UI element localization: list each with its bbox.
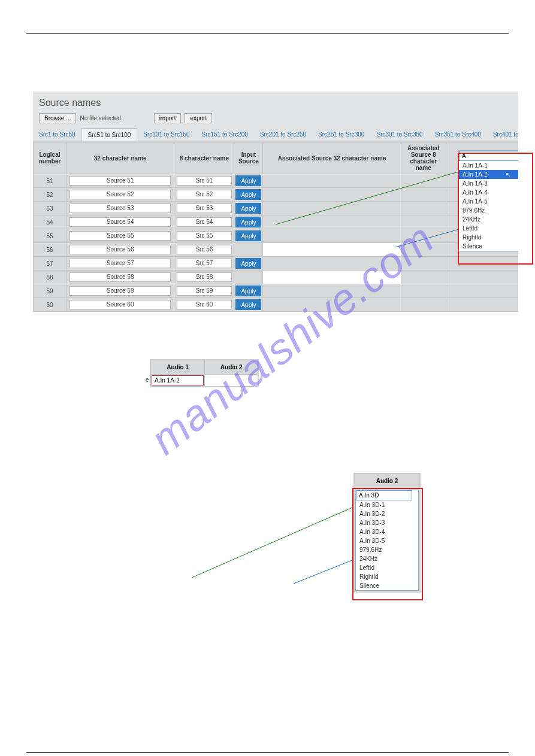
cell-assoc8[interactable] xyxy=(401,271,446,284)
snippet1-cell-audio2[interactable] xyxy=(205,375,258,387)
cell-32name[interactable]: Source 59 xyxy=(69,286,170,296)
cell-assoc32[interactable] xyxy=(263,243,401,257)
dropdown-option[interactable]: A.In 3D-5 xyxy=(356,536,418,545)
cell-assoc32[interactable] xyxy=(263,202,401,215)
cell-assoc32[interactable] xyxy=(263,257,401,271)
dropdown-search-input[interactable] xyxy=(459,151,518,161)
cell-32name[interactable]: Source 60 xyxy=(69,300,170,309)
table-row: 52Source 52Src 52Apply xyxy=(34,188,518,202)
export-button[interactable]: export xyxy=(185,113,212,123)
cell-assoc32[interactable] xyxy=(263,188,401,202)
dropdown-option[interactable]: Silence xyxy=(356,581,418,590)
tab-src51-100[interactable]: Src51 to Src100 xyxy=(81,128,138,141)
cell-assoc8[interactable] xyxy=(401,202,446,215)
cell-assoc8[interactable] xyxy=(401,174,446,188)
range-tabs: Src1 to Src50 Src51 to Src100 Src101 to … xyxy=(33,128,518,142)
cell-8name[interactable]: Src 56 xyxy=(177,245,232,254)
cell-logical: 51 xyxy=(34,174,67,188)
cell-assoc8[interactable] xyxy=(401,243,446,257)
audio1-dropdown[interactable]: A.In 1A-1A.In 1A-2↖A.In 1A-3A.In 1A-4A.I… xyxy=(458,150,518,251)
dropdown-option[interactable]: A.In 1A-3 xyxy=(459,179,518,188)
cell-8name[interactable]: Src 55 xyxy=(177,231,232,241)
source-names-panel: Source names Browse ... No file selected… xyxy=(33,92,518,312)
tab-src251-300[interactable]: Src251 to Src300 xyxy=(312,128,370,141)
col-assoc32: Associated Source 32 character name xyxy=(263,142,401,174)
col-32name: 32 character name xyxy=(67,142,174,174)
cell-32name[interactable]: Source 54 xyxy=(69,217,170,227)
dropdown-option[interactable]: LeftId xyxy=(459,224,518,233)
tab-src401-450[interactable]: Src401 to Src450 xyxy=(487,128,518,141)
browse-button[interactable]: Browse ... xyxy=(39,113,76,123)
cell-assoc32[interactable] xyxy=(263,298,401,312)
dropdown-option[interactable]: 979.6Hz xyxy=(356,545,418,554)
tab-src151-200[interactable]: Src151 to Src200 xyxy=(196,128,254,141)
apply-button[interactable]: Apply xyxy=(235,286,261,296)
cell-logical: 59 xyxy=(34,284,67,298)
dropdown-option[interactable]: Silence xyxy=(459,242,518,251)
cell-assoc32[interactable] xyxy=(263,174,401,188)
table-row: 58Source 58Src 58 xyxy=(34,271,518,284)
cell-assoc8[interactable] xyxy=(401,215,446,229)
cell-32name[interactable]: Source 51 xyxy=(69,176,170,186)
cell-audio1[interactable] xyxy=(446,284,518,298)
cell-8name[interactable]: Src 52 xyxy=(177,190,232,199)
cell-assoc8[interactable] xyxy=(401,188,446,202)
cell-assoc32[interactable] xyxy=(263,271,401,284)
dropdown-option[interactable]: A.In 1A-2↖ xyxy=(459,170,518,179)
cell-assoc32[interactable] xyxy=(263,215,401,229)
dropdown-option[interactable]: A.In 3D-3 xyxy=(356,518,418,527)
cell-assoc8[interactable] xyxy=(401,257,446,271)
dropdown-option[interactable]: 24KHz xyxy=(356,554,418,563)
dropdown-option[interactable]: A.In 1A-1 xyxy=(459,161,518,170)
cell-8name[interactable]: Src 59 xyxy=(177,286,232,296)
dropdown-option[interactable]: A.In 3D-4 xyxy=(356,527,418,536)
cell-32name[interactable]: Source 57 xyxy=(69,259,170,268)
cell-32name[interactable]: Source 53 xyxy=(69,204,170,213)
cell-assoc32[interactable] xyxy=(263,284,401,298)
cell-assoc8[interactable] xyxy=(401,229,446,243)
cell-32name[interactable]: Source 52 xyxy=(69,190,170,199)
dropdown-option[interactable]: RightId xyxy=(356,572,418,581)
tab-src201-250[interactable]: Src201 to Src250 xyxy=(254,128,312,141)
apply-button[interactable]: Apply xyxy=(235,203,261,214)
dropdown-option[interactable]: RightId xyxy=(459,233,518,242)
cell-audio1[interactable] xyxy=(446,271,518,284)
dropdown-option[interactable]: A.In 3D-1 xyxy=(356,500,418,509)
dropdown-option[interactable]: A.In 1A-4 xyxy=(459,188,518,197)
cell-8name[interactable]: Src 53 xyxy=(177,204,232,213)
cell-assoc8[interactable] xyxy=(401,284,446,298)
cell-audio1[interactable] xyxy=(446,298,518,312)
cell-32name[interactable]: Source 55 xyxy=(69,231,170,241)
cell-8name[interactable]: Src 60 xyxy=(177,300,232,309)
dropdown-option[interactable]: A.In 1A-5 xyxy=(459,197,518,206)
dropdown-option[interactable]: A.In 3D-2 xyxy=(356,509,418,518)
cell-8name[interactable]: Src 51 xyxy=(177,176,232,186)
tab-src301-350[interactable]: Src301 to Src350 xyxy=(370,128,428,141)
snippet1-cell-audio1[interactable]: A.In 1A-2 xyxy=(152,375,204,385)
dropdown-option[interactable]: 24KHz xyxy=(459,215,518,224)
cell-8name[interactable]: Src 58 xyxy=(177,272,232,282)
dropdown-option[interactable]: LeftId xyxy=(356,563,418,572)
tab-src101-150[interactable]: Src101 to Src150 xyxy=(137,128,195,141)
tab-src351-400[interactable]: Src351 to Src400 xyxy=(429,128,487,141)
cell-assoc32[interactable] xyxy=(263,229,401,243)
cell-8name[interactable]: Src 57 xyxy=(177,259,232,268)
cell-32name[interactable]: Source 58 xyxy=(69,272,170,282)
apply-button[interactable]: Apply xyxy=(235,299,261,310)
cell-logical: 52 xyxy=(34,188,67,202)
apply-button[interactable]: Apply xyxy=(235,189,261,200)
cell-8name[interactable]: Src 54 xyxy=(177,217,232,227)
dropdown2-search-input[interactable] xyxy=(356,490,412,500)
audio2-dropdown[interactable]: A.In 3D-1A.In 3D-2A.In 3D-3A.In 3D-4A.In… xyxy=(355,490,419,591)
tab-src1-50[interactable]: Src1 to Src50 xyxy=(33,128,81,141)
dropdown-option[interactable]: 979.6Hz xyxy=(459,206,518,215)
cell-32name[interactable]: Source 56 xyxy=(69,245,170,254)
apply-button[interactable]: Apply xyxy=(235,175,261,186)
cell-assoc8[interactable] xyxy=(401,298,446,312)
import-button[interactable]: import xyxy=(154,113,182,123)
cell-audio1[interactable] xyxy=(446,257,518,271)
apply-button[interactable]: Apply xyxy=(235,258,261,269)
apply-button[interactable]: Apply xyxy=(235,217,261,227)
table-row: 51Source 51Src 51Apply xyxy=(34,174,518,188)
apply-button[interactable]: Apply xyxy=(235,230,261,241)
